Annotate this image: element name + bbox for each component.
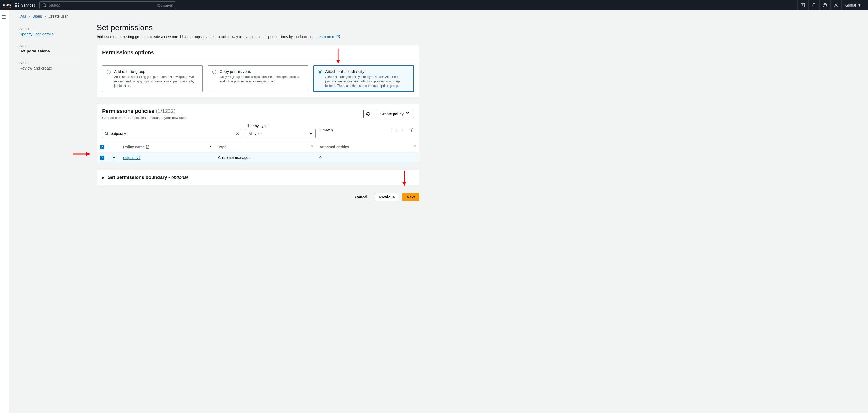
- col-type[interactable]: Type▽: [215, 142, 316, 152]
- policy-type: Customer managed: [215, 152, 316, 163]
- cloudshell-icon[interactable]: [797, 0, 808, 10]
- breadcrumb-iam[interactable]: IAM: [20, 14, 26, 19]
- policy-name-link[interactable]: outpost-v1: [123, 156, 140, 160]
- filter-type-label: Filter by Type: [246, 124, 315, 128]
- svg-point-7: [411, 129, 412, 130]
- expand-row-icon[interactable]: +: [112, 156, 116, 160]
- grid-icon: [15, 3, 19, 7]
- settings-icon[interactable]: [831, 0, 841, 10]
- chevron-down-icon: ▼: [309, 132, 313, 136]
- next-button[interactable]: Next: [402, 193, 419, 201]
- table-settings-icon[interactable]: [409, 128, 414, 133]
- match-count: 1 match: [320, 128, 333, 134]
- next-page-button[interactable]: 〉: [402, 128, 405, 133]
- radio-icon: [318, 70, 322, 74]
- page-number: 1: [396, 128, 398, 132]
- prev-page-button[interactable]: 〈: [389, 128, 392, 133]
- create-policy-button[interactable]: Create policy: [376, 110, 414, 118]
- region-selector[interactable]: Global▼: [841, 0, 865, 10]
- search-input[interactable]: [49, 3, 155, 7]
- pagination: 〈 1 〉: [389, 128, 414, 135]
- option-copy-permissions[interactable]: Copy permissions Copy all group membersh…: [208, 65, 308, 92]
- external-link-icon: [406, 112, 409, 116]
- clear-search-icon[interactable]: ✕: [236, 131, 239, 136]
- filter-type-select[interactable]: All types ▼: [246, 129, 315, 138]
- topnav-right: Global▼: [797, 0, 865, 10]
- wizard-steps: Step 1 Specify user details Step 2 Set p…: [20, 23, 80, 201]
- top-nav: aws Services [Option+S] Global▼: [0, 0, 868, 10]
- breadcrumb-users[interactable]: Users: [33, 14, 42, 19]
- step-1[interactable]: Step 1 Specify user details: [20, 23, 80, 40]
- permissions-policies-panel: Permissions policies (1/1232) Choose one…: [97, 104, 419, 164]
- step-3: Step 3 Review and create: [20, 57, 80, 74]
- refresh-button[interactable]: [363, 110, 373, 118]
- permissions-options-panel: Permissions options Add user to group Ad…: [97, 45, 419, 97]
- col-attached-entities[interactable]: Attached entities▽: [316, 142, 419, 152]
- table-row[interactable]: ✓ + outpost-v1 Customer managed 0: [97, 152, 419, 163]
- policies-hint: Choose one or more policies to attach to…: [102, 116, 363, 119]
- page-title: Set permissions: [97, 23, 419, 32]
- breadcrumb-current: Create user: [49, 14, 68, 19]
- global-search[interactable]: [Option+S]: [39, 1, 176, 9]
- policy-entities: 0: [316, 152, 419, 163]
- svg-line-1: [45, 6, 46, 7]
- refresh-icon: [366, 112, 370, 116]
- row-checkbox[interactable]: ✓: [100, 156, 104, 160]
- page-subtitle: Add user to an existing group or create …: [97, 35, 419, 39]
- search-icon: [42, 3, 46, 7]
- chevron-right-icon: ›: [29, 14, 30, 19]
- svg-point-0: [43, 4, 45, 6]
- radio-icon: [212, 70, 216, 74]
- svg-line-6: [107, 134, 108, 135]
- permissions-boundary-toggle[interactable]: ▶ Set permissions boundary - optional: [97, 170, 419, 185]
- services-menu[interactable]: Services: [15, 3, 35, 7]
- external-link-icon: [336, 35, 340, 39]
- breadcrumb: IAM › Users › Create user: [20, 14, 868, 19]
- search-icon: [104, 132, 109, 136]
- chevron-right-icon: ›: [45, 14, 46, 19]
- wizard-footer: Cancel Previous Next: [97, 193, 419, 201]
- radio-icon: [107, 70, 111, 74]
- aws-logo[interactable]: aws: [3, 3, 11, 8]
- services-label: Services: [21, 3, 35, 7]
- select-all-checkbox[interactable]: ✓: [100, 145, 104, 149]
- hamburger-icon[interactable]: ☰: [2, 14, 7, 20]
- policy-search-input[interactable]: [111, 132, 234, 136]
- step-2: Step 2 Set permissions: [20, 40, 80, 57]
- option-attach-policies[interactable]: Attach policies directly Attach a manage…: [313, 65, 414, 92]
- side-drawer-toggle-col: ☰: [0, 10, 9, 413]
- search-shortcut-hint: [Option+S]: [157, 3, 173, 7]
- previous-button[interactable]: Previous: [375, 193, 399, 201]
- learn-more-link[interactable]: Learn more: [316, 35, 340, 39]
- svg-point-4: [835, 5, 837, 6]
- policy-search[interactable]: ✕: [102, 129, 242, 138]
- option-add-to-group[interactable]: Add user to group Add user to an existin…: [102, 65, 203, 92]
- notifications-icon[interactable]: [808, 0, 819, 10]
- policies-title: Permissions policies (1/1232): [102, 108, 176, 114]
- permissions-options-title: Permissions options: [102, 49, 414, 56]
- chevron-down-icon: ▼: [858, 3, 861, 7]
- svg-point-5: [105, 132, 108, 135]
- caret-right-icon: ▶: [102, 176, 104, 179]
- col-policy-name[interactable]: Policy name ▲: [120, 142, 215, 152]
- help-icon[interactable]: [819, 0, 831, 10]
- external-link-icon: [146, 145, 150, 149]
- cancel-button[interactable]: Cancel: [351, 194, 372, 201]
- policies-table: ✓ Policy name ▲ Type▽ Attached entities▽…: [97, 142, 419, 163]
